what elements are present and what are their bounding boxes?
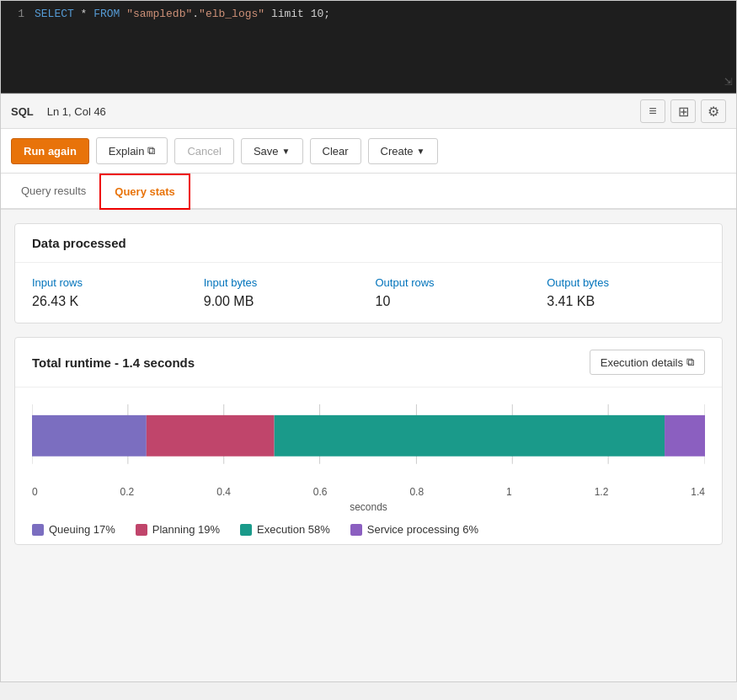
content-area: Data processed Input rows 26.43 K Input … <box>1 210 736 681</box>
toolbar: Run again Explain ⧉ Cancel Save ▼ Clear … <box>1 129 736 174</box>
stat-output-bytes: Output bytes 3.41 KB <box>547 276 705 309</box>
chart-body: 0 0.2 0.4 0.6 0.8 1 1.2 1.4 seconds <box>15 387 722 544</box>
explain-button[interactable]: Explain ⧉ <box>96 137 168 164</box>
tabs-bar: Query results Query stats <box>1 174 736 210</box>
table-icon-button[interactable]: ⊞ <box>670 99 696 123</box>
legend-queuing-color <box>32 524 44 536</box>
main-container: 1 SELECT * FROM "sampledb"."elb_logs" li… <box>0 0 737 682</box>
svg-rect-11 <box>665 415 705 457</box>
legend-planning: Planning 19% <box>136 523 220 536</box>
runtime-card: Total runtime - 1.4 seconds Execution de… <box>14 337 723 545</box>
status-icons: ≡ ⊞ ⚙ <box>640 99 726 123</box>
settings-icon-button[interactable]: ⚙ <box>701 99 726 123</box>
execution-details-external-icon: ⧉ <box>686 355 694 369</box>
legend-planning-color <box>136 524 147 536</box>
status-bar: SQL Ln 1, Col 46 ≡ ⊞ ⚙ <box>1 94 736 129</box>
legend-queuing: Queuing 17% <box>32 523 115 536</box>
tab-query-results[interactable]: Query results <box>8 174 99 208</box>
code-editor[interactable]: 1 SELECT * FROM "sampledb"."elb_logs" li… <box>1 1 736 94</box>
legend-execution-color <box>240 524 252 536</box>
chart-svg <box>32 404 705 480</box>
code-content: SELECT * FROM "sampledb"."elb_logs" limi… <box>35 8 330 20</box>
stats-grid: Input rows 26.43 K Input bytes 9.00 MB O… <box>32 276 705 309</box>
execution-details-button[interactable]: Execution details ⧉ <box>590 350 705 375</box>
run-again-button[interactable]: Run again <box>11 138 89 164</box>
resize-handle[interactable]: ⇲ <box>724 72 733 89</box>
svg-rect-10 <box>275 415 665 457</box>
bar-chart: 0 0.2 0.4 0.6 0.8 1 1.2 1.4 seconds <box>32 404 705 513</box>
format-icon: ≡ <box>649 104 656 119</box>
runtime-header: Total runtime - 1.4 seconds Execution de… <box>15 338 722 387</box>
table-icon: ⊞ <box>678 104 689 120</box>
stat-input-rows: Input rows 26.43 K <box>32 276 190 309</box>
format-icon-button[interactable]: ≡ <box>640 99 665 123</box>
external-link-icon: ⧉ <box>147 144 155 158</box>
save-dropdown-icon: ▼ <box>282 147 291 156</box>
save-button[interactable]: Save ▼ <box>241 138 303 164</box>
clear-button[interactable]: Clear <box>310 138 361 164</box>
runtime-title: Total runtime - 1.4 seconds <box>32 355 195 370</box>
x-axis-labels: 0 0.2 0.4 0.6 0.8 1 1.2 1.4 <box>32 483 705 498</box>
legend-service-processing: Service processing 6% <box>350 523 478 536</box>
chart-legend: Queuing 17% Planning 19% Execution 58% S… <box>32 523 705 536</box>
legend-execution: Execution 58% <box>240 523 330 536</box>
data-processed-card: Data processed Input rows 26.43 K Input … <box>14 223 723 323</box>
cursor-position: Ln 1, Col 46 <box>47 105 106 118</box>
tab-query-stats[interactable]: Query stats <box>99 174 190 210</box>
settings-icon: ⚙ <box>708 104 719 120</box>
svg-rect-9 <box>147 415 275 457</box>
cancel-button[interactable]: Cancel <box>174 138 233 164</box>
sql-label: SQL <box>11 105 34 118</box>
data-processed-title: Data processed <box>15 224 722 263</box>
create-dropdown-icon: ▼ <box>417 147 425 156</box>
x-axis-title: seconds <box>32 501 705 513</box>
svg-rect-8 <box>32 415 147 457</box>
line-number: 1 <box>1 8 35 20</box>
legend-service-processing-color <box>350 524 362 536</box>
stat-output-rows: Output rows 10 <box>376 276 534 309</box>
create-button[interactable]: Create ▼ <box>368 138 438 164</box>
stat-input-bytes: Input bytes 9.00 MB <box>204 276 362 309</box>
